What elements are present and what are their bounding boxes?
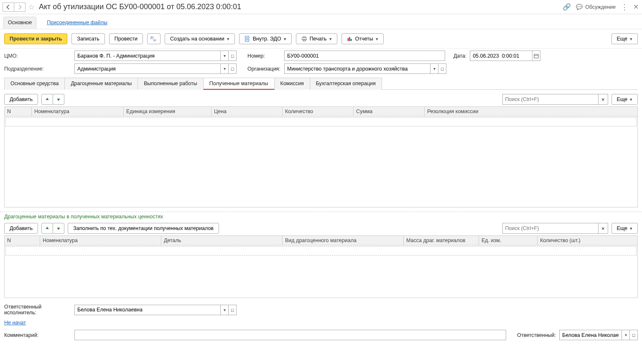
cmo-dropdown-button[interactable]: ▾: [220, 51, 229, 61]
th2-n[interactable]: N: [5, 236, 40, 245]
subnav-attached-files[interactable]: Присоединенные файлы: [42, 17, 112, 29]
responsible-exec-row: Ответственный исполнитель: ▾ ◻: [0, 302, 642, 317]
discussion-button[interactable]: 💬 Обсуждение: [576, 4, 616, 10]
comment-row: Комментарий: Ответственный: ▾ ◻: [0, 328, 642, 342]
comment-input[interactable]: [74, 330, 506, 340]
arrow-right-icon: [17, 4, 23, 10]
date-input[interactable]: [470, 51, 532, 61]
not-started-link[interactable]: Не начат: [4, 320, 26, 326]
arrow-up-icon: [45, 96, 50, 102]
tab-accounting-operation[interactable]: Бухгалтерская операция: [310, 78, 382, 90]
resp-exec-open-button[interactable]: ◻: [228, 305, 237, 315]
dept-input[interactable]: [74, 63, 221, 74]
dept-dropdown-button[interactable]: ▾: [220, 63, 229, 74]
dept-open-button[interactable]: ◻: [228, 63, 237, 74]
tabs: Основные средства Драгоценные материалы …: [4, 77, 638, 90]
table2-move-down-button[interactable]: [53, 223, 64, 234]
org-open-button[interactable]: ◻: [438, 63, 446, 74]
dt-kt-icon: Дт Кт: [150, 35, 157, 42]
tab-fixed-assets[interactable]: Основные средства: [4, 78, 65, 90]
tab-performed-works[interactable]: Выполненные работы: [138, 78, 204, 90]
table1-move-down-button[interactable]: [53, 94, 64, 105]
received-materials-table-body[interactable]: [4, 116, 638, 207]
th2-nomen[interactable]: Номенклатура: [40, 236, 161, 245]
tab-received-materials[interactable]: Полученные материалы: [203, 78, 275, 90]
calendar-button[interactable]: [532, 51, 540, 61]
table1-search-input[interactable]: [502, 94, 599, 105]
th-qty[interactable]: Количество: [283, 107, 354, 116]
received-materials-section: Добавить × Еще N Номенклатура Единица из…: [0, 90, 642, 212]
th-unit[interactable]: Единица измерения: [124, 107, 211, 116]
svg-rect-4: [303, 37, 305, 38]
reports-button[interactable]: Отчеты: [341, 33, 384, 44]
th-resolution[interactable]: Резолюция комиссии: [425, 107, 638, 116]
resp-label: Ответственный:: [517, 332, 556, 338]
more-menu-icon[interactable]: ⋮: [621, 3, 628, 11]
table2-search-input[interactable]: [502, 223, 599, 234]
table2-more-button[interactable]: Еще: [611, 223, 638, 234]
save-button[interactable]: Записать: [71, 33, 104, 44]
resp-exec-input[interactable]: [74, 305, 221, 315]
th2-mass[interactable]: Масса драг. материалов: [404, 236, 479, 245]
document-icon: [245, 36, 250, 42]
favorite-star-icon[interactable]: ☆: [28, 3, 35, 12]
dt-kt-button[interactable]: Дт Кт: [147, 33, 160, 44]
subnav: Основное Присоединенные файлы: [0, 14, 642, 29]
number-label: Номер:: [247, 53, 281, 59]
table1-add-button[interactable]: Добавить: [4, 94, 38, 105]
resp-exec-label: Ответственный исполнитель:: [4, 304, 71, 316]
table2-search-clear-button[interactable]: ×: [598, 223, 608, 234]
resp-dropdown-button[interactable]: ▾: [622, 330, 630, 340]
page-title: Акт об утилизации ОС БУ00-000001 от 05.0…: [39, 3, 241, 11]
table2-fill-tech-button[interactable]: Заполнить по тех. документации полученны…: [68, 223, 219, 234]
discussion-icon: 💬: [576, 4, 583, 10]
th2-detail[interactable]: Деталь: [161, 236, 283, 245]
nav-forward-button[interactable]: [14, 3, 25, 12]
close-icon[interactable]: ✕: [633, 3, 639, 11]
printer-icon: [301, 36, 307, 42]
th2-qty[interactable]: Количество (шт.): [538, 236, 638, 245]
precious-materials-table-body[interactable]: [4, 245, 638, 298]
tab-commission[interactable]: Комиссия: [274, 78, 310, 90]
internal-edo-label: Внутр. ЭДО: [253, 36, 281, 42]
arrow-down-icon: [56, 225, 61, 231]
nav-back-button[interactable]: [3, 3, 14, 12]
dept-label: Подразделение:: [4, 66, 71, 72]
resp-input[interactable]: [559, 330, 622, 340]
table2-move-up-button[interactable]: [41, 223, 53, 234]
org-input[interactable]: [284, 63, 431, 74]
create-based-on-button[interactable]: Создать на основании: [165, 33, 235, 44]
cmo-open-button[interactable]: ◻: [228, 51, 237, 61]
post-button[interactable]: Провести: [109, 33, 143, 44]
table1-move-up-button[interactable]: [41, 94, 53, 105]
resp-open-button[interactable]: ◻: [629, 330, 638, 340]
arrow-down-icon: [56, 96, 61, 102]
window-titlebar: ☆ Акт об утилизации ОС БУ00-000001 от 05…: [0, 0, 642, 14]
resp-exec-dropdown-button[interactable]: ▾: [220, 305, 229, 315]
print-label: Печать: [310, 36, 327, 42]
status-row: Не начат: [0, 317, 642, 328]
report-icon: [347, 36, 353, 42]
table1-search-clear-button[interactable]: ×: [598, 94, 608, 105]
table2-add-button[interactable]: Добавить: [4, 223, 38, 234]
th-sum[interactable]: Сумма: [354, 107, 425, 116]
toolbar-more-button[interactable]: Еще: [611, 33, 638, 44]
th-nomen[interactable]: Номенклатура: [32, 107, 124, 116]
svg-rect-6: [347, 38, 349, 41]
th2-unit[interactable]: Ед. изм.: [479, 236, 538, 245]
post-and-close-button[interactable]: Провести и закрыть: [4, 33, 67, 44]
internal-edo-button[interactable]: Внутр. ЭДО: [239, 33, 292, 44]
th-n[interactable]: N: [5, 107, 32, 116]
subnav-main[interactable]: Основное: [3, 17, 36, 29]
comment-label: Комментарий:: [4, 332, 71, 338]
svg-rect-8: [350, 39, 352, 41]
print-button[interactable]: Печать: [296, 33, 337, 44]
th-price[interactable]: Цена: [211, 107, 283, 116]
cmo-input[interactable]: [74, 51, 221, 61]
tab-precious-materials[interactable]: Драгоценные материалы: [64, 78, 138, 90]
org-dropdown-button[interactable]: ▾: [430, 63, 438, 74]
table1-more-button[interactable]: Еще: [611, 94, 638, 105]
th2-kind[interactable]: Вид драгоценного материала: [283, 236, 404, 245]
link-icon[interactable]: 🔗: [563, 3, 571, 11]
number-input[interactable]: [284, 51, 445, 61]
